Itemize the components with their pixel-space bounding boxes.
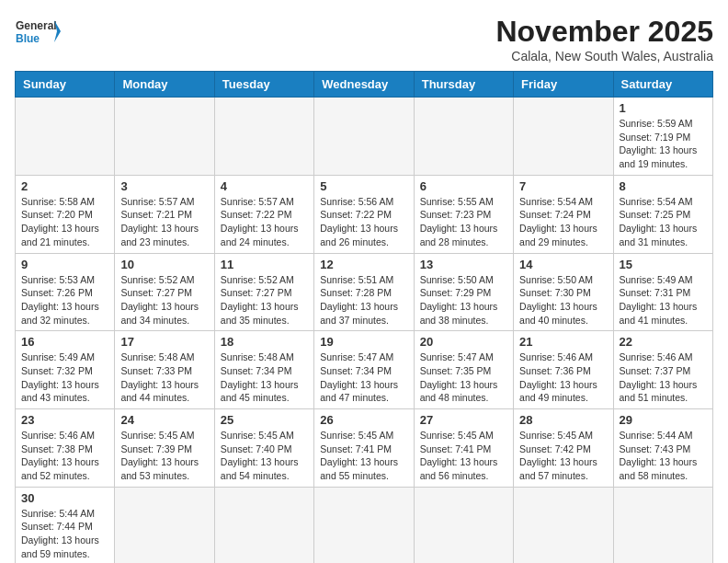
day-number: 25 xyxy=(221,413,308,427)
calendar-cell-w4d3: 26Sunrise: 5:45 AM Sunset: 7:41 PM Dayli… xyxy=(314,409,414,488)
calendar: SundayMondayTuesdayWednesdayThursdayFrid… xyxy=(15,71,713,563)
weekday-header-tuesday: Tuesday xyxy=(214,72,313,98)
calendar-cell-w0d1 xyxy=(115,98,214,176)
day-number: 21 xyxy=(519,335,607,349)
weekday-header-wednesday: Wednesday xyxy=(314,72,414,98)
calendar-cell-w4d2: 25Sunrise: 5:45 AM Sunset: 7:40 PM Dayli… xyxy=(214,409,313,488)
calendar-cell-w1d1: 3Sunrise: 5:57 AM Sunset: 7:21 PM Daylig… xyxy=(115,175,214,253)
calendar-cell-w0d3 xyxy=(314,98,414,176)
calendar-cell-w2d0: 9Sunrise: 5:53 AM Sunset: 7:26 PM Daylig… xyxy=(16,253,115,331)
svg-text:Blue: Blue xyxy=(16,32,40,45)
day-number: 10 xyxy=(120,258,208,271)
calendar-cell-w3d1: 17Sunrise: 5:48 AM Sunset: 7:33 PM Dayli… xyxy=(115,331,214,409)
calendar-cell-w0d0 xyxy=(16,98,115,176)
day-info: Sunrise: 5:54 AM Sunset: 7:24 PM Dayligh… xyxy=(519,195,607,249)
day-number: 16 xyxy=(21,335,108,349)
calendar-cell-w5d1 xyxy=(115,487,214,563)
svg-text:General: General xyxy=(16,19,57,32)
week-row-5: 30Sunrise: 5:44 AM Sunset: 7:44 PM Dayli… xyxy=(16,487,713,563)
month-title: November 2025 xyxy=(495,15,713,49)
day-number: 27 xyxy=(420,413,507,427)
day-number: 13 xyxy=(420,258,507,271)
day-number: 11 xyxy=(221,258,308,271)
day-number: 6 xyxy=(420,179,507,193)
day-info: Sunrise: 5:55 AM Sunset: 7:23 PM Dayligh… xyxy=(420,195,507,249)
day-number: 1 xyxy=(620,101,707,115)
weekday-header-row: SundayMondayTuesdayWednesdayThursdayFrid… xyxy=(16,72,713,98)
day-number: 20 xyxy=(420,335,507,349)
calendar-cell-w5d3 xyxy=(314,487,414,563)
day-info: Sunrise: 5:45 AM Sunset: 7:39 PM Dayligh… xyxy=(120,429,208,483)
day-info: Sunrise: 5:44 AM Sunset: 7:44 PM Dayligh… xyxy=(21,507,108,561)
day-number: 22 xyxy=(620,335,707,349)
calendar-cell-w1d0: 2Sunrise: 5:58 AM Sunset: 7:20 PM Daylig… xyxy=(16,175,115,253)
day-number: 23 xyxy=(21,413,108,427)
calendar-cell-w0d4 xyxy=(414,98,513,176)
calendar-cell-w1d5: 7Sunrise: 5:54 AM Sunset: 7:24 PM Daylig… xyxy=(514,175,613,253)
day-number: 28 xyxy=(519,413,607,427)
day-number: 15 xyxy=(620,258,707,271)
title-block: November 2025 Calala, New South Wales, A… xyxy=(495,15,713,63)
day-info: Sunrise: 5:52 AM Sunset: 7:27 PM Dayligh… xyxy=(221,273,308,327)
day-info: Sunrise: 5:45 AM Sunset: 7:42 PM Dayligh… xyxy=(519,429,607,483)
day-info: Sunrise: 5:47 AM Sunset: 7:35 PM Dayligh… xyxy=(420,350,507,405)
page-header: General Blue November 2025 Calala, New S… xyxy=(15,15,713,63)
day-info: Sunrise: 5:48 AM Sunset: 7:34 PM Dayligh… xyxy=(221,350,308,405)
day-info: Sunrise: 5:45 AM Sunset: 7:40 PM Dayligh… xyxy=(221,429,308,483)
day-number: 26 xyxy=(320,413,407,427)
calendar-cell-w0d2 xyxy=(214,98,313,176)
weekday-header-saturday: Saturday xyxy=(613,72,712,98)
calendar-cell-w4d5: 28Sunrise: 5:45 AM Sunset: 7:42 PM Dayli… xyxy=(514,409,613,488)
day-info: Sunrise: 5:50 AM Sunset: 7:30 PM Dayligh… xyxy=(519,273,607,327)
calendar-cell-w2d4: 13Sunrise: 5:50 AM Sunset: 7:29 PM Dayli… xyxy=(414,253,513,331)
day-number: 19 xyxy=(320,335,407,349)
calendar-cell-w4d0: 23Sunrise: 5:46 AM Sunset: 7:38 PM Dayli… xyxy=(16,409,115,488)
week-row-0: 1Sunrise: 5:59 AM Sunset: 7:19 PM Daylig… xyxy=(16,98,713,176)
day-number: 9 xyxy=(21,258,108,271)
day-info: Sunrise: 5:52 AM Sunset: 7:27 PM Dayligh… xyxy=(120,273,208,327)
calendar-cell-w1d3: 5Sunrise: 5:56 AM Sunset: 7:22 PM Daylig… xyxy=(314,175,414,253)
day-info: Sunrise: 5:54 AM Sunset: 7:25 PM Dayligh… xyxy=(620,195,707,249)
day-info: Sunrise: 5:59 AM Sunset: 7:19 PM Dayligh… xyxy=(620,117,707,171)
day-info: Sunrise: 5:48 AM Sunset: 7:33 PM Dayligh… xyxy=(120,350,208,405)
day-number: 29 xyxy=(620,413,707,427)
calendar-cell-w5d6 xyxy=(613,487,712,563)
calendar-cell-w5d4 xyxy=(414,487,513,563)
week-row-4: 23Sunrise: 5:46 AM Sunset: 7:38 PM Dayli… xyxy=(16,409,713,488)
calendar-cell-w4d4: 27Sunrise: 5:45 AM Sunset: 7:41 PM Dayli… xyxy=(414,409,513,488)
calendar-cell-w1d4: 6Sunrise: 5:55 AM Sunset: 7:23 PM Daylig… xyxy=(414,175,513,253)
week-row-2: 9Sunrise: 5:53 AM Sunset: 7:26 PM Daylig… xyxy=(16,253,713,331)
calendar-cell-w2d3: 12Sunrise: 5:51 AM Sunset: 7:28 PM Dayli… xyxy=(314,253,414,331)
logo: General Blue xyxy=(15,15,61,59)
calendar-cell-w3d4: 20Sunrise: 5:47 AM Sunset: 7:35 PM Dayli… xyxy=(414,331,513,409)
day-info: Sunrise: 5:50 AM Sunset: 7:29 PM Dayligh… xyxy=(420,273,507,327)
day-info: Sunrise: 5:49 AM Sunset: 7:31 PM Dayligh… xyxy=(620,273,707,327)
day-number: 2 xyxy=(21,179,108,193)
logo-svg: General Blue xyxy=(15,15,61,55)
calendar-cell-w3d5: 21Sunrise: 5:46 AM Sunset: 7:36 PM Dayli… xyxy=(514,331,613,409)
calendar-cell-w0d5 xyxy=(514,98,613,176)
week-row-1: 2Sunrise: 5:58 AM Sunset: 7:20 PM Daylig… xyxy=(16,175,713,253)
calendar-cell-w4d6: 29Sunrise: 5:44 AM Sunset: 7:43 PM Dayli… xyxy=(613,409,712,488)
day-info: Sunrise: 5:44 AM Sunset: 7:43 PM Dayligh… xyxy=(620,429,707,483)
day-number: 3 xyxy=(120,179,208,193)
calendar-cell-w4d1: 24Sunrise: 5:45 AM Sunset: 7:39 PM Dayli… xyxy=(115,409,214,488)
day-number: 18 xyxy=(221,335,308,349)
calendar-cell-w2d6: 15Sunrise: 5:49 AM Sunset: 7:31 PM Dayli… xyxy=(613,253,712,331)
location: Calala, New South Wales, Australia xyxy=(495,49,713,63)
day-number: 8 xyxy=(620,179,707,193)
weekday-header-monday: Monday xyxy=(115,72,214,98)
calendar-cell-w5d2 xyxy=(214,487,313,563)
calendar-cell-w5d0: 30Sunrise: 5:44 AM Sunset: 7:44 PM Dayli… xyxy=(16,487,115,563)
day-number: 12 xyxy=(320,258,407,271)
day-info: Sunrise: 5:47 AM Sunset: 7:34 PM Dayligh… xyxy=(320,350,407,405)
day-info: Sunrise: 5:49 AM Sunset: 7:32 PM Dayligh… xyxy=(21,350,108,405)
day-info: Sunrise: 5:53 AM Sunset: 7:26 PM Dayligh… xyxy=(21,273,108,327)
calendar-cell-w2d5: 14Sunrise: 5:50 AM Sunset: 7:30 PM Dayli… xyxy=(514,253,613,331)
day-info: Sunrise: 5:45 AM Sunset: 7:41 PM Dayligh… xyxy=(420,429,507,483)
day-info: Sunrise: 5:46 AM Sunset: 7:37 PM Dayligh… xyxy=(620,350,707,405)
weekday-header-friday: Friday xyxy=(514,72,613,98)
day-info: Sunrise: 5:58 AM Sunset: 7:20 PM Dayligh… xyxy=(21,195,108,249)
calendar-cell-w1d2: 4Sunrise: 5:57 AM Sunset: 7:22 PM Daylig… xyxy=(214,175,313,253)
day-info: Sunrise: 5:51 AM Sunset: 7:28 PM Dayligh… xyxy=(320,273,407,327)
